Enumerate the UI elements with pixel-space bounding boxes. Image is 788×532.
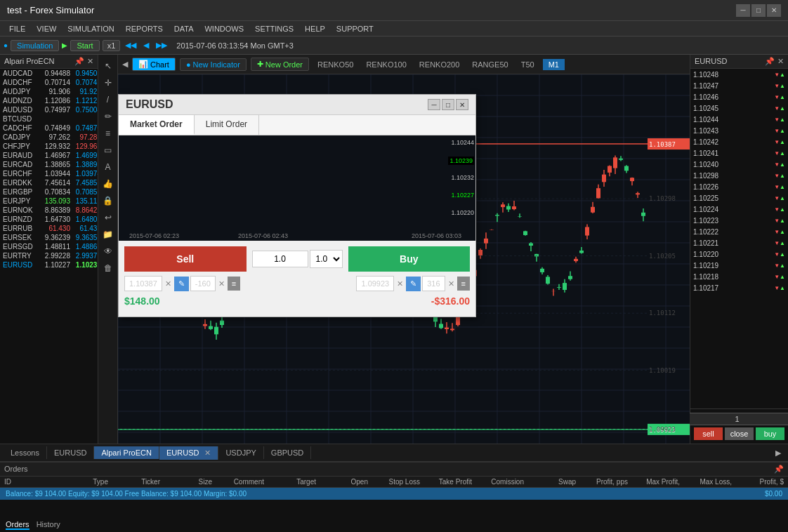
- col-header[interactable]: Profit, pps: [576, 478, 628, 486]
- new-indicator-button[interactable]: ● New Indicator: [180, 58, 247, 71]
- minimize-button[interactable]: ─: [736, 4, 750, 17]
- down-arrow-icon[interactable]: ▼: [774, 94, 780, 100]
- text-tool[interactable]: A: [100, 159, 116, 175]
- pair-row-euraud[interactable]: EURAUD1.469671.46996: [0, 151, 98, 160]
- book-row[interactable]: 1.10242▼▲: [690, 136, 788, 147]
- orders-pin-icon[interactable]: 📌: [774, 465, 784, 474]
- down-arrow-icon[interactable]: ▼: [774, 128, 780, 134]
- eurusd-chart-tab[interactable]: EURUSD ✕: [159, 446, 218, 460]
- book-row[interactable]: 1.10240▼▲: [690, 159, 788, 170]
- up-arrow-icon[interactable]: ▲: [780, 128, 785, 134]
- book-row[interactable]: 1.10225▼▲: [690, 192, 788, 204]
- gbpusd-tab[interactable]: GBPUSD: [264, 446, 311, 459]
- up-arrow-icon[interactable]: ▲: [780, 117, 785, 123]
- pair-row-chfjpy[interactable]: CHFJPY129.932129.965: [0, 142, 98, 151]
- sell-pips-edit[interactable]: ≡: [228, 277, 240, 291]
- down-arrow-icon[interactable]: ▼: [774, 229, 780, 235]
- pair-row-audcad[interactable]: AUDCAD0.944880.94506: [0, 69, 98, 78]
- right-pin-icon[interactable]: 📌: [765, 57, 775, 66]
- pair-row-eurrub[interactable]: EURRUB61.43061.431: [0, 224, 98, 233]
- book-row[interactable]: 1.10248▼▲: [690, 69, 788, 80]
- volume-input[interactable]: [252, 251, 308, 267]
- book-row[interactable]: 1.10220▼▲: [690, 248, 788, 260]
- pair-row-audnzd[interactable]: AUDNZD1.120861.12127: [0, 96, 98, 105]
- up-arrow-icon[interactable]: ▲: [780, 173, 785, 179]
- order-dialog-minimize[interactable]: ─: [428, 99, 440, 110]
- up-arrow-icon[interactable]: ▲: [780, 285, 785, 291]
- pair-row-audchf[interactable]: AUDCHF0.707140.70748: [0, 78, 98, 87]
- nav-prev-prev[interactable]: ◀◀: [123, 41, 138, 50]
- quick-buy-button[interactable]: buy: [756, 427, 784, 440]
- col-header[interactable]: Comission: [472, 478, 524, 486]
- buy-pips-clear[interactable]: ✕: [447, 279, 456, 288]
- order-dialog-close[interactable]: ✕: [456, 99, 468, 110]
- up-arrow-icon[interactable]: ▲: [780, 161, 785, 168]
- menu-item-simulation[interactable]: SIMULATION: [62, 23, 119, 34]
- chart-button[interactable]: 📊 Chart: [132, 58, 176, 71]
- up-arrow-icon[interactable]: ▲: [780, 83, 785, 89]
- tab-scroll-right[interactable]: ▶: [772, 446, 784, 460]
- down-arrow-icon[interactable]: ▼: [774, 206, 780, 213]
- maximize-button[interactable]: □: [751, 4, 766, 17]
- book-row[interactable]: 1.10241▼▲: [690, 147, 788, 159]
- down-arrow-icon[interactable]: ▼: [774, 161, 780, 168]
- col-header[interactable]: Max Loss,: [680, 478, 732, 486]
- sell-price-edit[interactable]: ✎: [174, 277, 189, 291]
- book-row[interactable]: 1.10246▼▲: [690, 91, 788, 102]
- range50-tab[interactable]: RANGE50: [468, 59, 512, 70]
- down-arrow-icon[interactable]: ▼: [774, 251, 780, 258]
- pair-row-eurdkk[interactable]: EURDKK7.456147.45856: [0, 178, 98, 187]
- channel-tool[interactable]: ≡: [100, 126, 116, 141]
- book-row[interactable]: 1.10221▼▲: [690, 237, 788, 248]
- pair-row-eurjpy[interactable]: EURJPY135.093135.113: [0, 197, 98, 206]
- new-order-button[interactable]: ✚ New Order: [251, 58, 309, 71]
- chart-canvas[interactable]: EURUSD ─ □ ✕ Market Order Limit Order: [118, 74, 690, 444]
- up-arrow-icon[interactable]: ▲: [780, 240, 785, 246]
- col-header[interactable]: Stop Loss: [368, 478, 420, 486]
- pin-icon[interactable]: 📌: [74, 57, 84, 66]
- menu-item-data[interactable]: DATA: [169, 23, 199, 34]
- down-arrow-icon[interactable]: ▼: [774, 218, 780, 224]
- orders-footer-tab-history[interactable]: History: [37, 520, 60, 530]
- up-arrow-icon[interactable]: ▲: [780, 150, 785, 157]
- col-header[interactable]: Ticker: [108, 478, 160, 486]
- menu-item-support[interactable]: SUPPORT: [331, 23, 379, 34]
- crosshair-tool[interactable]: ✛: [100, 75, 116, 91]
- renko100-tab[interactable]: RENKO100: [362, 59, 410, 70]
- nav-prev[interactable]: ◀: [141, 41, 151, 50]
- up-arrow-icon[interactable]: ▲: [780, 218, 785, 224]
- book-row[interactable]: 1.10224▼▲: [690, 204, 788, 215]
- up-arrow-icon[interactable]: ▲: [780, 229, 785, 235]
- col-header[interactable]: Target: [264, 478, 316, 486]
- pair-row-eurgbp[interactable]: EURGBP0.708340.70853: [0, 187, 98, 197]
- sell-pips-clear[interactable]: ✕: [217, 279, 226, 288]
- up-arrow-icon[interactable]: ▲: [780, 274, 785, 280]
- menu-item-settings[interactable]: SETTINGS: [249, 23, 299, 34]
- usdjpy-tab[interactable]: USDJPY: [218, 446, 263, 459]
- menu-item-file[interactable]: FILE: [4, 23, 31, 34]
- down-arrow-icon[interactable]: ▼: [774, 240, 780, 246]
- up-arrow-icon[interactable]: ▲: [780, 72, 785, 78]
- book-row[interactable]: 1.10222▼▲: [690, 226, 788, 237]
- col-header[interactable]: Profit, $: [732, 478, 784, 486]
- simulation-button[interactable]: Simulation: [11, 40, 59, 51]
- eurusd-chart-tab-close[interactable]: ✕: [204, 448, 211, 458]
- buy-pips-edit[interactable]: ≡: [457, 277, 470, 291]
- line-tool[interactable]: /: [100, 92, 116, 107]
- menu-item-help[interactable]: HELP: [299, 23, 331, 34]
- book-row[interactable]: 1.10247▼▲: [690, 80, 788, 91]
- col-header[interactable]: Swap: [524, 478, 576, 486]
- quick-sell-button[interactable]: sell: [694, 427, 723, 440]
- pair-row-eurnok[interactable]: EURNOK8.863898.86427: [0, 206, 98, 215]
- pair-row-eursgd[interactable]: EURSGD1.488111.48861: [0, 242, 98, 251]
- m1-button[interactable]: M1: [543, 59, 565, 70]
- menu-item-windows[interactable]: WINDOWS: [199, 23, 249, 34]
- undo-tool[interactable]: ↩: [100, 210, 116, 225]
- delete-tool[interactable]: 🗑: [100, 260, 116, 276]
- pair-row-eurchf[interactable]: EURCHF1.039441.03974: [0, 169, 98, 178]
- col-header[interactable]: Max Profit,: [628, 478, 680, 486]
- down-arrow-icon[interactable]: ▼: [774, 117, 780, 123]
- quick-close-button[interactable]: close: [725, 427, 754, 440]
- down-arrow-icon[interactable]: ▼: [774, 184, 780, 190]
- chart-nav-left[interactable]: ◀: [122, 60, 128, 69]
